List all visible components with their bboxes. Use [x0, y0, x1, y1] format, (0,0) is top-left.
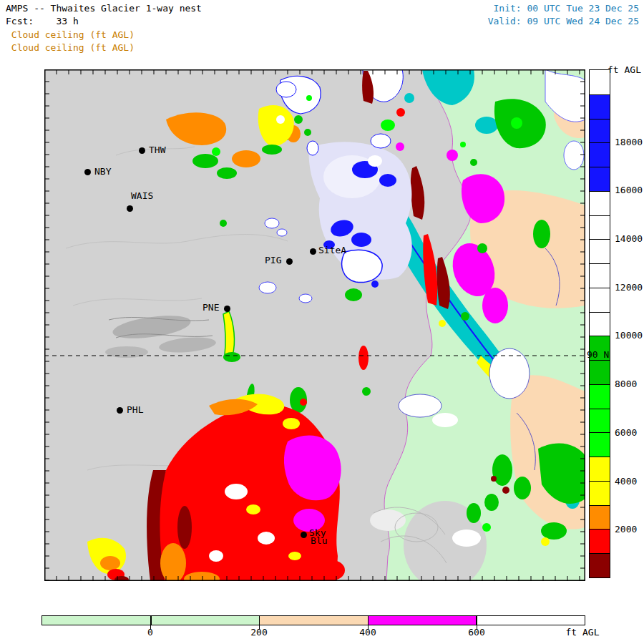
colorbar-bottom-segment-0	[42, 616, 151, 625]
reference-line-label: 90 N	[587, 349, 609, 360]
station-label-SiteA: SiteA	[318, 245, 346, 255]
colorbar-right-cell-7	[590, 239, 610, 263]
amps-forecast-plot: AMPS -- Thwaites Glacier 1-way nest Fcst…	[0, 0, 644, 644]
field-label-2: Cloud ceiling (ft AGL)	[6, 42, 135, 54]
colorbar-right-cell-8	[590, 263, 610, 288]
colorbar-right-cell-20	[590, 553, 610, 577]
colorbar-bottom-tick-400: 400	[346, 627, 389, 638]
colorbar-bottom-tick-200: 200	[238, 627, 280, 638]
colorbar-right-unit-label: ft AGL	[608, 64, 641, 75]
init-time-label: Init: 00 UTC Tue 23 Dec 25	[494, 2, 640, 15]
station-marker-THW	[139, 147, 145, 154]
colorbar-right-cell-19	[590, 529, 610, 553]
colorbar-right-cell-10	[590, 312, 610, 336]
colorbar-right-cell-6	[590, 215, 610, 240]
station-marker-WAIS	[127, 205, 133, 212]
colorbar-right-cell-16	[590, 457, 610, 481]
colorbar-right-tick-8000: 8000	[615, 379, 637, 389]
station-label-PHL: PHL	[127, 405, 143, 414]
plot-title: AMPS -- Thwaites Glacier 1-way nest	[6, 2, 202, 15]
colorbar-right-cell-4	[590, 167, 610, 191]
colorbar-right-cell-5	[590, 191, 610, 215]
station-marker-PNE	[224, 306, 230, 312]
colorbar-bottom-segment-3	[368, 616, 477, 625]
colorbar-right-cell-1	[590, 94, 610, 119]
colorbar-bottom-segment-2	[259, 616, 368, 625]
station-marker-NBY	[84, 169, 91, 175]
colorbar-right-tick-2000: 2000	[615, 525, 637, 535]
cloud-ceiling-map-canvas	[44, 69, 585, 581]
colorbar-right-tick-14000: 14000	[615, 234, 643, 244]
station-label-NBY: NBY	[94, 167, 111, 176]
colorbar-right-tick-16000: 16000	[615, 185, 643, 195]
colorbar-right-cell-0	[590, 70, 610, 94]
colorbar-bottom	[42, 615, 585, 625]
colorbar-bottom-segment-4	[476, 616, 585, 625]
colorbar-bottom-unit-label: ft AGL	[550, 627, 615, 638]
station-label-THW: THW	[149, 145, 165, 155]
colorbar-right-cell-17	[590, 481, 610, 505]
field-label-1: Cloud ceiling (ft AGL)	[6, 29, 135, 42]
colorbar-right-cell-18	[590, 505, 610, 530]
colorbar-right-tick-10000: 10000	[615, 331, 643, 341]
colorbar-right-cell-12	[590, 360, 610, 384]
colorbar-right-cell-15	[590, 432, 610, 457]
colorbar-right	[589, 69, 610, 578]
colorbar-right-tick-12000: 12000	[615, 283, 643, 293]
colorbar-bottom-tick-0: 0	[129, 627, 172, 638]
colorbar-right-cell-13	[590, 384, 610, 409]
station-marker-PHL	[117, 407, 123, 414]
station-label-WAIS: WAIS	[131, 191, 153, 200]
colorbar-bottom-segment-1	[151, 616, 260, 625]
colorbar-right-cell-14	[590, 409, 610, 433]
colorbar-right-tick-4000: 4000	[615, 477, 637, 487]
colorbar-right-tick-6000: 6000	[615, 428, 637, 438]
forecast-map: THWNBYWAISSiteAPIGPNEPHLSkyBlu	[44, 69, 585, 581]
colorbar-right-cell-9	[590, 288, 610, 312]
station-marker-Sky	[301, 532, 307, 538]
station-marker-SiteA	[310, 248, 316, 255]
station-label-Blu: Blu	[311, 536, 327, 545]
station-marker-PIG	[286, 258, 293, 265]
station-label-PNE: PNE	[203, 303, 219, 312]
station-label-PIG: PIG	[265, 255, 281, 265]
colorbar-right-tick-18000: 18000	[615, 137, 643, 147]
colorbar-right-cell-3	[590, 142, 610, 167]
colorbar-bottom-tick-600: 600	[455, 627, 498, 638]
valid-time-label: Valid: 09 UTC Wed 24 Dec 25	[488, 15, 639, 28]
forecast-hour-label: Fcst: 33 h	[6, 15, 79, 28]
colorbar-right-cell-2	[590, 119, 610, 143]
